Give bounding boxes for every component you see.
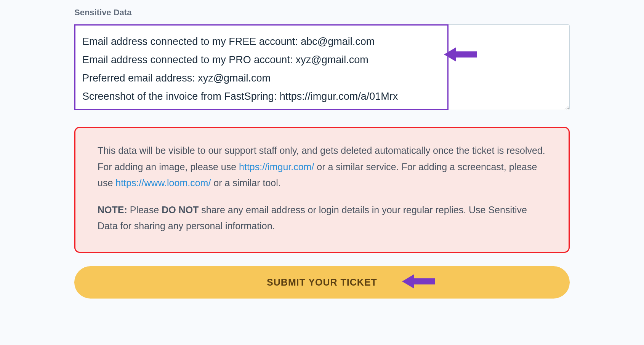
- donot-bold: DO NOT: [162, 204, 199, 215]
- sensitive-data-label: Sensitive Data: [74, 8, 570, 18]
- submit-ticket-button[interactable]: SUBMIT YOUR TICKET: [74, 266, 570, 299]
- warning-box: This data will be visible to our support…: [74, 127, 570, 253]
- warning-paragraph-2: NOTE: Please DO NOT share any email addr…: [98, 202, 546, 234]
- note-bold: NOTE:: [98, 204, 127, 215]
- warning-text-span: Please: [127, 204, 162, 215]
- warning-paragraph-1: This data will be visible to our support…: [98, 142, 546, 191]
- loom-link[interactable]: https://www.loom.com/: [115, 177, 211, 188]
- imgur-link[interactable]: https://imgur.com/: [239, 161, 314, 172]
- sensitive-data-textarea[interactable]: [74, 24, 570, 110]
- warning-text-span: or a similar tool.: [211, 177, 280, 188]
- textarea-wrapper: Email address connected to my FREE accou…: [74, 24, 570, 112]
- submit-wrapper: SUBMIT YOUR TICKET: [74, 266, 570, 299]
